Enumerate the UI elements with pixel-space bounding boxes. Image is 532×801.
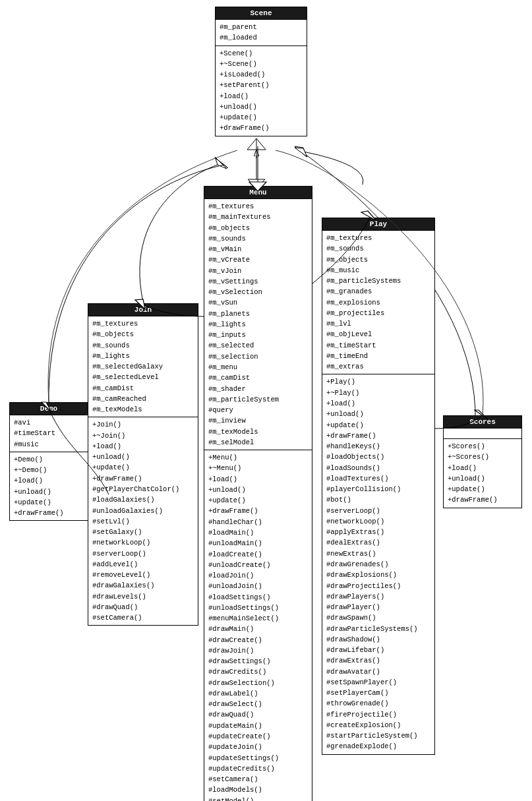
scene-fields: #m_parent #m_loaded: [216, 19, 307, 45]
join-title: Join: [88, 304, 198, 316]
diagram-container: Scene #m_parent #m_loaded +Scene() +~Sce…: [0, 0, 532, 801]
menu-methods: +Menu() +~Menu() +load() +unload() +upda…: [204, 450, 312, 801]
scene-title: Scene: [216, 7, 307, 19]
scene-methods: +Scene() +~Scene() +isLoaded() +setParen…: [216, 45, 307, 136]
demo-title: Demo: [10, 403, 88, 415]
demo-methods: +Demo() +~Demo() +load() +unload() +upda…: [10, 452, 88, 521]
demo-fields: #avi #timeStart #music: [10, 415, 88, 452]
join-fields: #m_textures #m_objects #m_sounds #m_ligh…: [88, 316, 198, 417]
menu-fields: #m_textures #m_mainTextures #m_objects #…: [204, 198, 312, 450]
svg-marker-5: [295, 148, 307, 157]
svg-marker-1: [247, 138, 266, 150]
play-methods: +Play() +~Play() +load() +unload() +upda…: [322, 374, 434, 754]
play-box: Play #m_textures #m_sounds #m_objects #m…: [322, 218, 435, 755]
scores-title: Scores: [444, 416, 521, 428]
play-fields: #m_textures #m_sounds #m_objects #m_musi…: [322, 230, 434, 374]
scores-empty: [444, 428, 521, 438]
menu-box: Menu #m_textures #m_mainTextures #m_obje…: [204, 186, 312, 801]
menu-title: Menu: [204, 187, 312, 198]
play-title: Play: [322, 218, 434, 230]
svg-marker-3: [215, 157, 227, 169]
svg-marker-2: [295, 146, 307, 157]
demo-box: Demo #avi #timeStart #music +Demo() +~De…: [9, 402, 88, 521]
join-methods: +Join() +~Join() +load() +unload() +upda…: [88, 417, 198, 625]
svg-marker-4: [216, 158, 228, 168]
scores-box: Scores +Scores() +~Scores() +load() +unl…: [443, 415, 522, 508]
scene-box: Scene #m_parent #m_loaded +Scene() +~Sce…: [215, 7, 307, 136]
join-box: Join #m_textures #m_objects #m_sounds #m…: [88, 303, 198, 626]
scores-methods: +Scores() +~Scores() +load() +unload() +…: [444, 438, 521, 508]
